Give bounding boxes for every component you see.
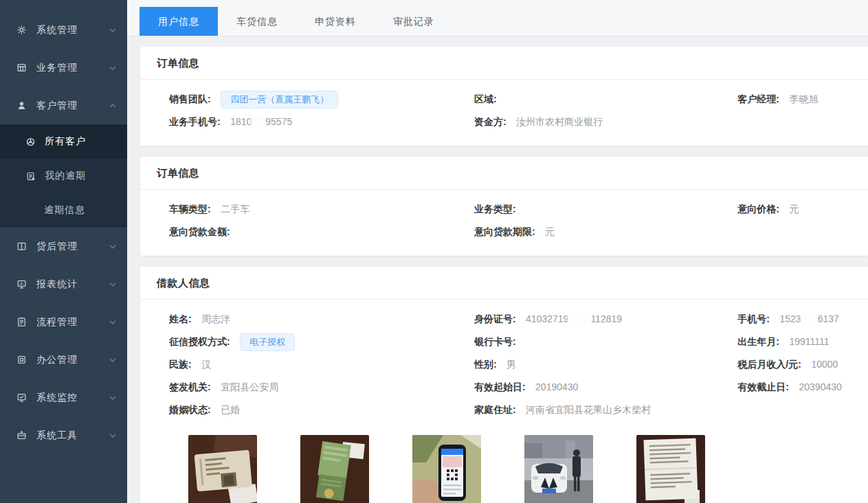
field-label: 税后月收入/元: (737, 359, 801, 370)
sidebar-item-system-tools[interactable]: 系统工具 (0, 416, 127, 454)
photo-item: 个人照 (524, 435, 593, 503)
field-label: 姓名: (169, 313, 192, 324)
field-value: 10000 (811, 359, 838, 370)
field-marital-status: 婚姻状态: 已婚 (169, 403, 474, 416)
tab-user-info[interactable]: 用户信息 (140, 7, 218, 36)
handwritten-document-photo[interactable] (636, 435, 705, 503)
vehicle-order-info-card: 订单信息 车辆类型: 二手车 业务类型: 意向价格: 元 (140, 156, 868, 256)
sidebar-item-system-management[interactable]: 系统管理 (0, 11, 127, 49)
sidebar-item-label: 系统监控 (36, 392, 109, 404)
field-name: 姓名: 周志洋 (169, 313, 474, 326)
sidebar-subitem-my-overdue[interactable]: 我的逾期 (0, 159, 127, 193)
field-id-number: 身份证号: 41032719112819 (474, 313, 737, 326)
field-business-type: 业务类型: (474, 203, 737, 216)
field-row: 业务手机号: 181095575 资金方: 汝州市农村商业银行 (169, 111, 863, 133)
field-value: 男 (507, 359, 516, 370)
sidebar-item-label: 贷后管理 (36, 241, 109, 253)
field-credit-auth-method: 征信授权方式: 电子授权 (169, 333, 474, 351)
field-label: 客户经理: (737, 93, 779, 104)
field-label: 出生年月: (737, 336, 779, 347)
field-ethnicity: 民族: 汉 (169, 358, 474, 371)
field-label: 民族: (169, 359, 192, 370)
chevron-down-icon (109, 358, 116, 362)
field-label: 有效截止日: (737, 381, 789, 392)
tab-car-loan-info[interactable]: 车贷信息 (218, 7, 296, 36)
chevron-down-icon (109, 434, 116, 438)
sidebar-item-post-loan-management[interactable]: 贷后管理 (0, 227, 127, 265)
sidebar-item-system-monitor[interactable]: 系统监控 (0, 379, 127, 416)
sidebar-item-process-management[interactable]: 流程管理 (0, 303, 127, 341)
chevron-down-icon (109, 66, 116, 70)
sidebar-item-label: 流程管理 (36, 316, 109, 328)
card-title: 订单信息 (140, 47, 868, 80)
field-label: 车辆类型: (169, 203, 211, 214)
customer-management-submenu: 所有客户 我的逾期 逾期信息 (0, 124, 127, 227)
sales-team-tag: 四团一营（直属王鹏飞） (221, 91, 338, 109)
field-value: 宜阳县公安局 (221, 381, 278, 392)
user-icon (16, 100, 27, 111)
chevron-down-icon (109, 320, 116, 324)
sidebar-subitem-all-customers[interactable]: 所有客户 (0, 124, 127, 159)
field-row: 姓名: 周志洋 身份证号: 41032719112819 手机号: 152361… (169, 308, 863, 331)
sidebar-item-label: 系统工具 (36, 429, 109, 442)
sidebar-item-business-management[interactable]: 业务管理 (0, 49, 127, 87)
field-birth: 出生年月: 19911111 (737, 335, 863, 348)
field-value: 元 (545, 226, 555, 237)
field-value: 汉 (201, 359, 211, 370)
field-value: 元 (789, 203, 799, 214)
field-value: 181095575 (230, 116, 292, 127)
field-valid-from: 有效起始日: 20190430 (474, 381, 737, 394)
redaction-blur (570, 313, 589, 324)
field-monthly-income: 税后月收入/元: 10000 (737, 358, 863, 371)
tab-approval-records[interactable]: 审批记录 (375, 7, 453, 36)
card-body: 车辆类型: 二手车 业务类型: 意向价格: 元 意向贷款金额: (140, 190, 868, 256)
gear-icon (16, 25, 27, 35)
field-value: 河南省宜阳县花果山乡木柴村 (526, 404, 651, 415)
field-value: 汝州市农村商业银行 (516, 116, 603, 127)
photo-item: 驾驶证副页 (300, 435, 369, 503)
field-label: 意向贷款金额: (169, 226, 230, 237)
sidebar-item-office-management[interactable]: 办公管理 (0, 341, 127, 379)
sidebar-item-report-statistics[interactable]: 报表统计 (0, 265, 127, 303)
redaction-blur (803, 313, 816, 324)
field-value: 已婚 (221, 404, 240, 415)
sidebar-subitem-overdue-info[interactable]: 逾期信息 (0, 193, 127, 227)
field-value: 20390430 (799, 381, 841, 392)
field-label: 资金方: (474, 116, 507, 127)
field-row: 婚姻状态: 已婚 家庭住址: 河南省宜阳县花果山乡木柴村 (169, 399, 863, 421)
field-label: 意向价格: (737, 203, 779, 214)
sidebar-item-label: 系统管理 (36, 24, 109, 36)
green-license-booklet-photo[interactable] (300, 435, 369, 503)
document-icon (26, 172, 35, 181)
field-row: 意向贷款金额: 意向贷款期限: 元 (169, 221, 863, 243)
photo-item: 征信授权 (412, 435, 481, 503)
borrower-info-card: 借款人信息 姓名: 周志洋 身份证号: 41032719112819 手机号: … (140, 266, 868, 503)
monitor-icon (16, 279, 27, 289)
cards-container: 订单信息 销售团队: 四团一营（直属王鹏飞） 区域: 客户经理: 李晓旭 (127, 36, 868, 503)
clipboard-icon (16, 317, 27, 327)
field-issuing-authority: 签发机关: 宜阳县公安局 (169, 381, 474, 394)
phone-qr-code-photo[interactable] (412, 435, 481, 503)
field-home-address: 家庭住址: 河南省宜阳县花果山乡木柴村 (474, 403, 737, 416)
sidebar-item-customer-management[interactable]: 客户管理 (0, 87, 127, 124)
field-row: 销售团队: 四团一营（直属王鹏飞） 区域: 客户经理: 李晓旭 (169, 88, 863, 111)
field-label: 婚姻状态: (169, 404, 211, 415)
field-business-phone: 业务手机号: 181095575 (169, 115, 474, 128)
field-label: 区域: (474, 93, 497, 104)
toolbox-icon (16, 430, 27, 440)
sidebar-item-label: 办公管理 (36, 354, 109, 366)
chevron-down-icon (109, 245, 116, 249)
field-label: 签发机关: (169, 381, 211, 392)
field-value: 20190430 (535, 381, 578, 392)
square-icon (16, 355, 27, 365)
sidebar-item-label: 业务管理 (36, 62, 109, 74)
wheel-icon (26, 137, 35, 146)
id-card-photo[interactable] (188, 435, 257, 503)
chevron-down-icon (109, 282, 116, 287)
field-label: 业务类型: (474, 203, 516, 214)
tab-loan-application-materials[interactable]: 申贷资料 (296, 7, 375, 36)
field-label: 意向贷款期限: (474, 226, 535, 237)
person-with-car-photo[interactable] (524, 435, 593, 503)
document-photos-row: 个人照 (188, 435, 863, 503)
field-gender: 性别: 男 (474, 358, 737, 371)
